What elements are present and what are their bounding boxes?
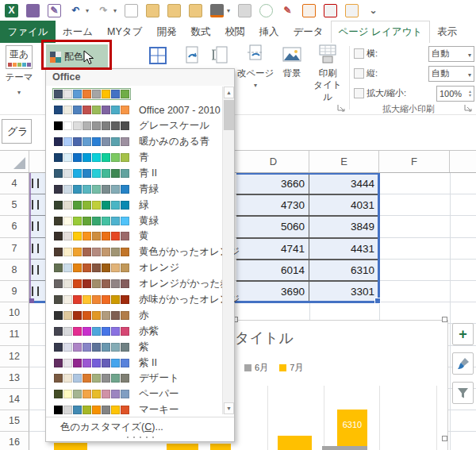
- dropdown-scrollbar[interactable]: [222, 87, 234, 414]
- row-header-6[interactable]: 6: [0, 216, 29, 237]
- color-scheme-item[interactable]: 緑: [46, 197, 221, 213]
- tab-formulas[interactable]: 数式: [183, 21, 217, 43]
- column-header-D[interactable]: D: [238, 151, 309, 172]
- color-scheme-item[interactable]: 紫 II: [46, 355, 221, 371]
- dropdown-caret-icon[interactable]: ▾: [113, 7, 117, 14]
- scroll-down-arrow-icon[interactable]: [224, 402, 234, 414]
- color-scheme-item[interactable]: Office 2007 - 2010: [46, 102, 221, 118]
- color-scheme-item[interactable]: Office: [46, 87, 221, 102]
- row-header-7[interactable]: 7: [0, 238, 29, 260]
- notebook-orange-icon[interactable]: [345, 4, 359, 17]
- tab-review[interactable]: 校閲: [217, 21, 251, 43]
- series-bar[interactable]: [278, 436, 312, 450]
- color-scheme-item[interactable]: デザート: [46, 371, 221, 387]
- select-all-corner[interactable]: [0, 151, 29, 172]
- color-scheme-item[interactable]: 青: [46, 150, 221, 166]
- background-button[interactable]: 背景: [276, 44, 308, 79]
- color-scheme-item[interactable]: オレンジがかった赤: [46, 276, 221, 292]
- cell-D4[interactable]: 3660: [236, 173, 309, 194]
- color-scheme-item[interactable]: 赤: [46, 307, 221, 323]
- insert-page-break-icon[interactable]: [183, 46, 201, 68]
- oval-shape-icon[interactable]: [259, 4, 273, 17]
- cell-D5[interactable]: 4730: [236, 194, 309, 216]
- chevron-down-icon[interactable]: [468, 49, 471, 59]
- color-scheme-item[interactable]: 赤味がかったオレンジ: [46, 292, 221, 308]
- cell-D8[interactable]: 6014: [236, 260, 309, 281]
- chevron-down-icon[interactable]: [468, 69, 471, 79]
- resize-grip[interactable]: [125, 434, 156, 440]
- row-header-13[interactable]: 13: [0, 367, 29, 389]
- cell-E8[interactable]: 6310: [309, 260, 379, 281]
- row-header-14[interactable]: 14: [0, 389, 29, 410]
- page-size-icon[interactable]: [211, 46, 228, 68]
- import-folder-icon[interactable]: [167, 4, 181, 17]
- export-folder-icon[interactable]: [189, 4, 202, 17]
- color-scheme-item[interactable]: グレースケール: [46, 118, 221, 134]
- scroll-up-arrow-icon[interactable]: [224, 87, 234, 98]
- chart-resize-handle[interactable]: [442, 436, 447, 441]
- cell-D6[interactable]: 5060: [236, 216, 309, 237]
- page-breaks-button[interactable]: 改ページ: [236, 44, 274, 89]
- row-header-8[interactable]: 8: [0, 260, 29, 281]
- no-ink-pen-icon[interactable]: ✎: [281, 4, 294, 17]
- cell-D7[interactable]: 4741: [236, 238, 309, 260]
- new-document-icon[interactable]: [125, 4, 138, 17]
- color-scheme-item[interactable]: 青 II: [46, 165, 221, 181]
- excel-logo[interactable]: X: [5, 4, 18, 17]
- fill-color-icon[interactable]: [210, 4, 224, 17]
- row-header-11[interactable]: 11: [0, 324, 29, 345]
- bar-fragment[interactable]: [210, 444, 231, 450]
- dropdown-caret-icon[interactable]: ▾: [227, 7, 230, 14]
- row-header-4[interactable]: 4: [0, 173, 29, 194]
- cell-E7[interactable]: 4431: [309, 238, 379, 260]
- color-scheme-item[interactable]: 暖かみのある青: [46, 134, 221, 150]
- tab-page-layout[interactable]: ページ レイアウト: [331, 21, 431, 43]
- selection-fill-handle[interactable]: [374, 298, 381, 304]
- paste-icon[interactable]: [238, 4, 251, 17]
- column-header-E[interactable]: E: [309, 151, 379, 172]
- scale-dropdown[interactable]: 自動: [428, 46, 474, 62]
- chart-elements-button[interactable]: [452, 323, 474, 345]
- customize-colors-item[interactable]: 色のカスタマイズ(C)...: [46, 417, 234, 433]
- save-as-icon[interactable]: ✎: [48, 4, 61, 17]
- dropdown-caret-icon[interactable]: ▾: [86, 7, 89, 14]
- row-header-15[interactable]: 15: [0, 410, 29, 432]
- bar-fragment[interactable]: [54, 443, 87, 450]
- bar-fragment[interactable]: [167, 444, 198, 450]
- color-scheme-item[interactable]: ペーパー: [46, 387, 221, 402]
- name-box[interactable]: グラ: [2, 119, 32, 144]
- column-header-F[interactable]: F: [379, 151, 450, 172]
- undo-icon[interactable]: ↶: [69, 4, 83, 17]
- format-copy-icon[interactable]: [302, 4, 316, 17]
- cell-E6[interactable]: 3849: [309, 216, 379, 237]
- legend-item[interactable]: 7月: [279, 362, 303, 374]
- series-bar-labeled[interactable]: 6310: [337, 410, 367, 446]
- color-scheme-item[interactable]: 紫: [46, 339, 221, 355]
- color-scheme-item[interactable]: オレンジ: [46, 260, 221, 276]
- themes-button[interactable]: 亜あ テーマ: [3, 45, 35, 98]
- print-titles-button[interactable]: 印刷 タイトル: [309, 44, 346, 103]
- chart-resize-handle[interactable]: [442, 317, 447, 322]
- notebook-red-icon[interactable]: [324, 4, 337, 17]
- series-bar-gray[interactable]: [322, 446, 367, 450]
- row-header-12[interactable]: 12: [0, 346, 29, 367]
- chart-styles-button[interactable]: [452, 352, 474, 375]
- row-header-10[interactable]: 10: [0, 302, 29, 324]
- scale-spinner[interactable]: 100%▴▾: [436, 86, 474, 102]
- color-scheme-item[interactable]: 赤紫: [46, 323, 221, 339]
- cell-E4[interactable]: 3444: [309, 173, 379, 194]
- tab-data[interactable]: データ: [286, 21, 330, 43]
- scrollbar-thumb[interactable]: [224, 100, 234, 130]
- spinner-arrows-icon[interactable]: ▴▾: [469, 90, 471, 98]
- tab-insert[interactable]: 挿入: [251, 21, 286, 43]
- cell-E9[interactable]: 3301: [309, 281, 379, 302]
- chart-legend[interactable]: 6月7月: [244, 362, 303, 374]
- save-icon[interactable]: [26, 4, 40, 17]
- chart-title[interactable]: タイトル: [235, 329, 294, 348]
- legend-item[interactable]: 6月: [244, 362, 268, 374]
- print-area-icon[interactable]: [148, 46, 167, 68]
- row-header-9[interactable]: 9: [0, 281, 29, 302]
- chart-filters-button[interactable]: [452, 382, 474, 404]
- scale-dropdown[interactable]: 自動: [428, 66, 474, 82]
- color-scheme-item[interactable]: 黄: [46, 229, 221, 244]
